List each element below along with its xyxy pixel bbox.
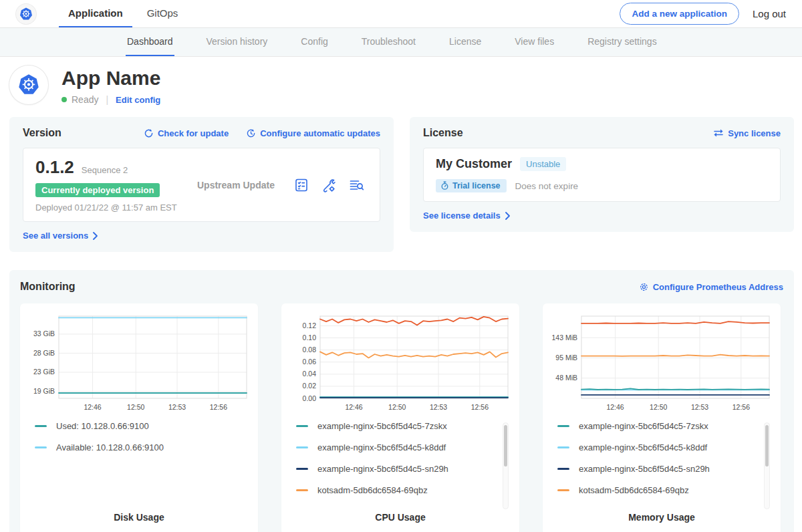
tab-troubleshoot[interactable]: Troubleshoot: [360, 28, 417, 56]
version-source-label: Upstream Update: [177, 180, 293, 190]
svg-text:0.12: 0.12: [303, 321, 317, 329]
legend-swatch: [296, 468, 308, 470]
trial-license-badge: Trial license: [436, 179, 507, 192]
channel-badge: Unstable: [520, 157, 566, 171]
svg-text:12:56: 12:56: [732, 403, 750, 411]
monitoring-section: Monitoring Configure Prometheus Address …: [9, 270, 794, 532]
edit-config-link[interactable]: Edit config: [116, 95, 160, 105]
trial-license-label: Trial license: [452, 181, 501, 190]
app-icon: [9, 65, 48, 104]
tab-dashboard[interactable]: Dashboard: [126, 28, 174, 56]
tab-registry-settings[interactable]: Registry settings: [586, 28, 658, 56]
legend-item: example-nginx-5bc6f5d4c5-sn29h: [296, 464, 497, 474]
cpu-usage-title: CPU Usage: [289, 508, 511, 528]
cpu-usage-legend: example-nginx-5bc6f5d4c5-7zskxexample-ng…: [296, 421, 509, 508]
sync-icon: [713, 128, 724, 138]
legend-label: example-nginx-5bc6f5d4c5-sn29h: [317, 464, 448, 474]
stopwatch-icon: [440, 181, 449, 190]
svg-text:12:46: 12:46: [84, 403, 101, 411]
check-for-update-link[interactable]: Check for update: [144, 128, 229, 138]
primary-nav-tabs: Application GitOps: [59, 0, 187, 27]
legend-scrollbar-thumb[interactable]: [504, 425, 507, 467]
nav-tab-gitops[interactable]: GitOps: [138, 0, 188, 27]
svg-text:0.04: 0.04: [303, 370, 317, 378]
chevron-right-icon: [505, 212, 511, 220]
legend-item: Used: 10.128.0.66:9100: [35, 421, 235, 431]
configure-prometheus-link[interactable]: Configure Prometheus Address: [639, 282, 783, 292]
legend-scrollbar-thumb[interactable]: [765, 425, 769, 467]
svg-text:0.06: 0.06: [303, 358, 317, 366]
cpu-usage-chart: 0.120.100.080.060.040.020.0012:4612:5012…: [289, 311, 511, 413]
legend-swatch: [296, 489, 308, 491]
configure-automatic-updates-link[interactable]: Configure automatic updates: [246, 128, 380, 138]
cpu-usage-chart-card: 0.120.100.080.060.040.020.0012:4612:5012…: [281, 303, 519, 532]
svg-text:12:56: 12:56: [471, 403, 489, 411]
view-logs-icon[interactable]: [348, 177, 365, 193]
tab-config[interactable]: Config: [299, 28, 329, 56]
top-nav: Application GitOps Add a new application…: [0, 0, 802, 28]
legend-scrollbar[interactable]: [503, 422, 509, 509]
add-application-button[interactable]: Add a new application: [620, 3, 739, 25]
memory-usage-legend: example-nginx-5bc6f5d4c5-7zskxexample-ng…: [557, 421, 770, 508]
version-card: Version Check for update Configure au: [9, 117, 394, 252]
customer-name: My Customer: [436, 157, 512, 171]
clock-refresh-icon: [246, 128, 256, 138]
legend-swatch: [296, 425, 308, 427]
legend-scrollbar[interactable]: [764, 422, 770, 509]
see-license-details-link[interactable]: See license details: [423, 211, 511, 221]
svg-text:12:46: 12:46: [345, 403, 362, 411]
legend-label: example-nginx-5bc6f5d4c5-k8ddf: [579, 442, 707, 452]
config-wrench-icon[interactable]: [321, 177, 337, 193]
legend-swatch: [557, 468, 569, 470]
see-all-versions-link[interactable]: See all versions: [23, 231, 98, 241]
kubernetes-logo-icon: [19, 7, 33, 21]
legend-label: kotsadm-5db6dc6584-69qbz: [579, 485, 689, 495]
legend-item: example-nginx-5bc6f5d4c5-7zskx: [296, 421, 497, 431]
svg-text:19 GiB: 19 GiB: [33, 387, 55, 395]
svg-text:12:53: 12:53: [168, 403, 186, 411]
license-details-row: My Customer Unstable Trial license Does …: [423, 148, 781, 202]
tab-license[interactable]: License: [448, 28, 483, 56]
tab-view-files[interactable]: View files: [513, 28, 555, 56]
page-title: App Name: [61, 67, 160, 90]
monitoring-heading: Monitoring: [20, 281, 76, 293]
legend-label: example-nginx-5bc6f5d4c5-7zskx: [317, 421, 447, 431]
license-heading: License: [423, 127, 463, 139]
svg-text:143 MiB: 143 MiB: [551, 334, 577, 342]
sync-license-link[interactable]: Sync license: [713, 128, 781, 138]
version-heading: Version: [23, 127, 61, 139]
svg-text:28 GiB: 28 GiB: [33, 349, 55, 357]
disk-usage-chart-card: 33 GiB28 GiB23 GiB19 GiB12:4612:5012:531…: [20, 303, 258, 532]
preflight-checks-icon[interactable]: [293, 177, 309, 193]
configure-automatic-updates-label: Configure automatic updates: [260, 128, 380, 138]
svg-text:48 MiB: 48 MiB: [555, 374, 577, 382]
svg-text:23 GiB: 23 GiB: [33, 368, 55, 376]
divider: |: [106, 94, 108, 105]
refresh-icon: [144, 128, 154, 138]
ready-status-dot: [61, 97, 67, 102]
nav-tab-gitops-label: GitOps: [147, 7, 178, 19]
disk-usage-title: Disk Usage: [28, 508, 250, 528]
nav-tab-application-label: Application: [68, 7, 123, 19]
kubernetes-app-icon: [17, 73, 41, 97]
currently-deployed-badge: Currently deployed version: [35, 183, 160, 197]
nav-tab-application[interactable]: Application: [59, 0, 132, 27]
svg-text:0.00: 0.00: [303, 394, 317, 402]
legend-swatch: [35, 446, 47, 448]
legend-item: example-nginx-5bc6f5d4c5-7zskx: [557, 421, 758, 431]
logout-link[interactable]: Log out: [753, 8, 786, 19]
memory-usage-chart: 143 MiB95 MiB48 MiB12:4612:5012:5312:56: [551, 311, 773, 413]
tab-version-history[interactable]: Version history: [205, 28, 269, 56]
svg-text:33 GiB: 33 GiB: [33, 329, 55, 338]
kubernetes-logo[interactable]: [16, 4, 36, 24]
legend-item: kotsadm-5db6dc6584-69qbz: [557, 485, 758, 495]
legend-label: kotsadm-5db6dc6584-69qbz: [317, 485, 428, 495]
legend-item: example-nginx-5bc6f5d4c5-k8ddf: [296, 442, 497, 452]
legend-swatch: [557, 489, 569, 491]
gear-icon: [639, 282, 649, 292]
svg-text:12:56: 12:56: [210, 403, 227, 411]
app-status-text: Ready: [72, 94, 98, 105]
memory-usage-chart-card: 143 MiB95 MiB48 MiB12:4612:5012:5312:56 …: [543, 303, 781, 532]
see-all-versions-label: See all versions: [23, 231, 88, 241]
svg-text:12:50: 12:50: [127, 403, 144, 411]
